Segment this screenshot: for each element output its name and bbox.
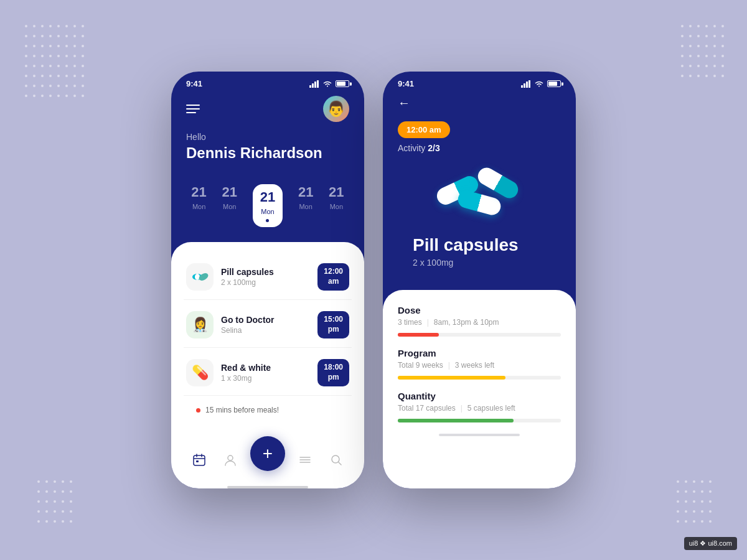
- pill-2: [456, 189, 503, 217]
- calendar-day-3-active[interactable]: 21 Mon: [253, 184, 283, 227]
- phones-container: 9:41: [171, 72, 576, 488]
- quantity-progress-fill: [398, 419, 514, 422]
- program-details: Total 9 weeks | 3 weeks left: [398, 361, 561, 370]
- search-nav-icon: [329, 453, 343, 467]
- med-info-capsules: Pill capsules 2 x 100mg: [221, 267, 317, 287]
- menu-nav-icon: [298, 453, 312, 467]
- user-name: Dennis Richardson: [186, 144, 349, 162]
- quantity-remaining: 5 capsules left: [467, 404, 515, 413]
- reminder-text: 15 mins before meals!: [205, 406, 279, 414]
- reminder-dot: [196, 408, 200, 413]
- med-dose-2: Selina: [221, 326, 317, 335]
- detail-med-name: Pill capsules: [413, 235, 546, 255]
- phone1-header: 👨 Hello Dennis Richardson: [171, 91, 364, 174]
- medication-list: Pill capsules 2 x 100mg 12:00 am 👩‍⚕️ Go…: [171, 242, 364, 442]
- content-card: Pill capsules 2 x 100mg 12:00 am 👩‍⚕️ Go…: [171, 242, 364, 488]
- add-button[interactable]: +: [250, 436, 285, 471]
- medication-item-pill-capsules[interactable]: Pill capsules 2 x 100mg 12:00 am: [184, 254, 352, 300]
- nav-profile[interactable]: [219, 449, 242, 471]
- calendar-day-2[interactable]: 21 Mon: [222, 184, 237, 227]
- med-icon-capsules: [186, 263, 214, 291]
- home-indicator-1: [227, 486, 308, 488]
- svg-rect-7: [194, 455, 205, 465]
- program-remaining: 3 weeks left: [455, 361, 494, 370]
- home-indicator-2: [439, 434, 520, 436]
- med-icon-red-white: 💊: [186, 359, 214, 386]
- svg-point-12: [228, 455, 233, 460]
- battery-icon: [336, 80, 349, 87]
- dose-progress-bar: [398, 333, 561, 337]
- capsule-icon: [191, 268, 209, 286]
- active-indicator: [266, 219, 269, 222]
- calendar-strip: 21 Mon 21 Mon 21 Mon 21 Mon 21 Mon: [171, 174, 364, 242]
- svg-rect-11: [196, 460, 199, 462]
- med-time-1: 12:00 am: [317, 263, 349, 290]
- watermark: ui8 ❖ ui8.com: [684, 537, 737, 550]
- avatar[interactable]: 👨: [323, 96, 349, 122]
- status-icons-2: [521, 80, 561, 88]
- program-total: Total 9 weeks: [398, 361, 443, 370]
- quantity-label: Quantity: [398, 391, 561, 401]
- detail-card: Dose 3 times | 8am, 13pm & 10pm Program …: [383, 290, 576, 488]
- med-time-3: 18:00 pm: [317, 359, 349, 386]
- calendar-nav-icon: [192, 453, 206, 467]
- svg-rect-19: [524, 83, 525, 88]
- program-label: Program: [398, 348, 561, 358]
- quantity-total: Total 17 capsules: [398, 404, 456, 413]
- med-dose-3: 1 x 30mg: [221, 374, 317, 383]
- svg-rect-2: [314, 82, 316, 88]
- calendar-day-5[interactable]: 21 Mon: [329, 184, 344, 227]
- med-time-2: 15:00 pm: [317, 311, 349, 338]
- profile-nav-icon: [223, 453, 237, 467]
- program-progress-fill: [398, 376, 505, 380]
- dose-progress-fill: [398, 333, 439, 337]
- nav-menu[interactable]: [294, 449, 316, 471]
- dose-schedule: 8am, 13pm & 10pm: [434, 318, 499, 327]
- wifi-icon: [322, 80, 332, 88]
- dose-section: Dose 3 times | 8am, 13pm & 10pm: [398, 305, 561, 337]
- svg-point-5: [195, 274, 200, 280]
- time-badge: 12:00 am: [398, 121, 450, 138]
- calendar-day-1[interactable]: 21 Mon: [191, 184, 206, 227]
- nav-search[interactable]: [325, 449, 347, 471]
- svg-rect-1: [312, 83, 314, 88]
- program-section: Program Total 9 weeks | 3 weeks left: [398, 348, 561, 380]
- phone-home-screen: 9:41: [171, 72, 364, 488]
- nav-calendar[interactable]: [188, 449, 210, 471]
- add-icon: +: [263, 444, 273, 464]
- time-display-1: 9:41: [186, 79, 202, 88]
- pill-image-area: [398, 163, 561, 235]
- menu-button[interactable]: [186, 105, 200, 113]
- reminder-note: 15 mins before meals!: [184, 398, 352, 422]
- calendar-day-4[interactable]: 21 Mon: [298, 184, 313, 227]
- dose-details: 3 times | 8am, 13pm & 10pm: [398, 318, 561, 327]
- status-bar-1: 9:41: [171, 72, 364, 91]
- back-button[interactable]: ←: [398, 96, 410, 110]
- svg-rect-18: [521, 85, 523, 88]
- medication-item-doctor[interactable]: 👩‍⚕️ Go to Doctor Selina 15:00 pm: [184, 302, 352, 348]
- svg-rect-3: [317, 80, 319, 88]
- quantity-section: Quantity Total 17 capsules | 5 capsules …: [398, 391, 561, 422]
- top-navigation: 👨: [186, 96, 349, 122]
- program-progress-bar: [398, 376, 561, 380]
- med-info-doctor: Go to Doctor Selina: [221, 315, 317, 335]
- battery-icon-2: [547, 80, 561, 87]
- svg-rect-20: [526, 82, 528, 88]
- svg-rect-0: [309, 85, 311, 88]
- signal-icon: [309, 80, 319, 88]
- detail-header: ← 12:00 am Activity 2/3 Pil: [383, 91, 576, 290]
- phone-detail-screen: 9:41 ←: [383, 72, 576, 488]
- medication-item-red-white[interactable]: 💊 Red & white 1 x 30mg 18:00 pm: [184, 350, 352, 396]
- bottom-navigation: +: [171, 442, 364, 483]
- activity-text: Activity 2/3: [398, 143, 561, 153]
- svg-line-17: [339, 462, 341, 465]
- activity-label: Activity: [398, 143, 425, 153]
- med-name-2: Go to Doctor: [221, 315, 317, 325]
- dose-times: 3 times: [398, 318, 422, 327]
- wifi-icon-2: [534, 80, 544, 88]
- detail-med-dose: 2 x 100mg: [413, 258, 546, 268]
- watermark-text: ui8 ❖ ui8.com: [689, 539, 732, 547]
- svg-point-16: [332, 455, 339, 463]
- med-name-1: Pill capsules: [221, 267, 317, 277]
- time-display-2: 9:41: [398, 79, 414, 88]
